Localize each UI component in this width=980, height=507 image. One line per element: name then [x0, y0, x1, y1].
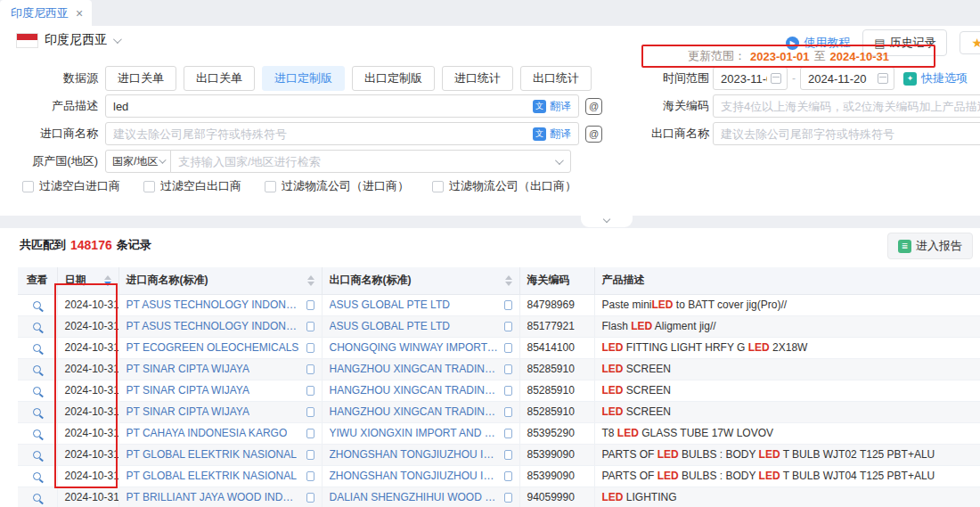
- exporter-link[interactable]: YIWU XIONGXIN IMPORT AND EXPORT...: [330, 427, 499, 439]
- sort-asc-icon[interactable]: [307, 275, 314, 280]
- copy-icon[interactable]: [306, 471, 314, 481]
- search-icon[interactable]: [33, 344, 41, 352]
- copy-icon[interactable]: [306, 450, 314, 460]
- importer-field[interactable]: 文 翻译: [105, 122, 579, 145]
- search-icon[interactable]: [33, 301, 41, 309]
- importer-link[interactable]: PT SINAR CIPTA WIJAYA: [127, 363, 249, 375]
- checkbox-icon[interactable]: [265, 181, 276, 192]
- search-icon[interactable]: [33, 494, 41, 502]
- origin-search-field[interactable]: [170, 150, 571, 173]
- copy-icon[interactable]: [306, 364, 314, 374]
- column-header[interactable]: 进口商名称(标准): [118, 267, 322, 294]
- importer-link[interactable]: PT CAHAYA INDONESIA KARGO: [127, 427, 288, 439]
- checkbox-icon[interactable]: [22, 181, 34, 192]
- exact-match-button[interactable]: @: [585, 126, 602, 143]
- exporter-link[interactable]: ASUS GLOBAL PTE LTD: [330, 320, 450, 332]
- search-icon[interactable]: [33, 429, 41, 437]
- copy-icon[interactable]: [504, 493, 512, 503]
- quick-options-link[interactable]: ✦ 快捷选项: [903, 70, 968, 86]
- hs-code-input[interactable]: [714, 95, 980, 117]
- column-header[interactable]: 日期: [57, 267, 118, 294]
- importer-input[interactable]: [106, 123, 533, 144]
- copy-icon[interactable]: [306, 407, 314, 417]
- data-source-option[interactable]: 进口关单: [105, 66, 176, 91]
- origin-type-select[interactable]: 国家/地区: [105, 150, 171, 173]
- product-desc-field[interactable]: 文 翻译: [105, 94, 579, 118]
- sort-desc-icon[interactable]: [505, 282, 512, 286]
- translate-button[interactable]: 文 翻译: [533, 127, 571, 142]
- column-header[interactable]: 出口商名称(标准): [322, 267, 519, 294]
- sort-desc-icon[interactable]: [104, 282, 111, 286]
- exporter-link[interactable]: HANGZHOU XINGCAN TRADING CO LTD: [330, 363, 499, 375]
- search-icon[interactable]: [33, 365, 41, 373]
- exporter-field[interactable]: [713, 122, 980, 145]
- data-source-option[interactable]: 出口关单: [184, 66, 255, 91]
- importer-link[interactable]: PT BRILLIANT JAYA WOOD INDUSTRY: [127, 491, 301, 503]
- copy-icon[interactable]: [504, 300, 512, 310]
- search-icon[interactable]: [33, 408, 41, 416]
- sort-carets-icon[interactable]: [307, 275, 314, 286]
- exporter-link[interactable]: CHONGQING WINWAY IMPORT AND E...: [330, 341, 499, 354]
- copy-icon[interactable]: [504, 471, 512, 481]
- tab-indonesia[interactable]: 印度尼西亚 ×: [0, 0, 92, 26]
- favorite-button[interactable]: ★: [960, 31, 980, 54]
- search-icon[interactable]: [33, 323, 41, 331]
- copy-icon[interactable]: [306, 429, 314, 438]
- enter-report-button[interactable]: ≣ 进入报告: [887, 233, 973, 259]
- data-source-option[interactable]: 进口定制版: [262, 66, 345, 91]
- checkbox-icon[interactable]: [432, 181, 444, 192]
- sort-carets-icon[interactable]: [505, 275, 512, 286]
- copy-icon[interactable]: [306, 300, 314, 310]
- exporter-link[interactable]: ZHONGSHAN TONGJIUZHOU INTERNA...: [330, 470, 499, 482]
- product-desc-input[interactable]: [106, 95, 533, 117]
- copy-icon[interactable]: [504, 364, 512, 374]
- exporter-link[interactable]: ZHONGSHAN TONGJIUZHOU INTERNA...: [330, 448, 499, 461]
- copy-icon[interactable]: [504, 322, 512, 331]
- importer-link[interactable]: PT ASUS TECHNOLOGY INDONESIA BA...: [127, 298, 301, 311]
- copy-icon[interactable]: [504, 450, 512, 460]
- copy-icon[interactable]: [504, 386, 512, 396]
- importer-link[interactable]: PT SINAR CIPTA WIJAYA: [127, 405, 249, 418]
- copy-icon[interactable]: [504, 343, 512, 353]
- date-from-field[interactable]: [713, 67, 788, 90]
- exporter-link[interactable]: DALIAN SHENGZHIHUI WOOD INDUST...: [330, 491, 499, 503]
- translate-button[interactable]: 文 翻译: [533, 99, 571, 114]
- search-icon[interactable]: [33, 472, 41, 480]
- exporter-input[interactable]: [714, 123, 980, 144]
- copy-icon[interactable]: [306, 493, 314, 503]
- exact-match-button[interactable]: @: [585, 98, 602, 115]
- date-to-input[interactable]: [801, 68, 878, 89]
- copy-icon[interactable]: [504, 407, 512, 417]
- copy-icon[interactable]: [306, 322, 314, 331]
- data-source-option[interactable]: 出口统计: [520, 66, 592, 91]
- importer-link[interactable]: PT GLOBAL ELEKTRIK NASIONAL: [127, 470, 297, 482]
- date-from-input[interactable]: [714, 68, 771, 89]
- exporter-link[interactable]: HANGZHOU XINGCAN TRADING CO LTD: [330, 405, 499, 418]
- exporter-link[interactable]: ASUS GLOBAL PTE LTD: [330, 298, 450, 311]
- collapse-panel-button[interactable]: [581, 216, 633, 227]
- filter-checkbox-item[interactable]: 过滤空白出口商: [143, 178, 241, 194]
- exporter-link[interactable]: HANGZHOU XINGCAN TRADING CO LTD: [330, 384, 499, 397]
- sort-asc-icon[interactable]: [104, 275, 111, 280]
- search-icon[interactable]: [33, 451, 41, 459]
- copy-icon[interactable]: [504, 429, 512, 438]
- sort-asc-icon[interactable]: [505, 275, 512, 280]
- importer-link[interactable]: PT SINAR CIPTA WIJAYA: [127, 384, 249, 397]
- date-to-field[interactable]: [800, 67, 894, 90]
- sort-carets-icon[interactable]: [104, 275, 111, 286]
- hs-code-field[interactable]: [713, 94, 980, 118]
- country-selector[interactable]: 印度尼西亚: [16, 32, 119, 48]
- copy-icon[interactable]: [306, 343, 314, 353]
- copy-icon[interactable]: [306, 386, 314, 396]
- data-source-option[interactable]: 进口统计: [442, 66, 513, 91]
- importer-link[interactable]: PT ASUS TECHNOLOGY INDONESIA BA...: [127, 320, 301, 332]
- search-icon[interactable]: [33, 387, 41, 395]
- origin-search-input[interactable]: [171, 151, 555, 172]
- data-source-option[interactable]: 出口定制版: [352, 66, 435, 91]
- checkbox-icon[interactable]: [143, 181, 155, 192]
- filter-checkbox-item[interactable]: 过滤物流公司（出口商）: [432, 178, 576, 194]
- close-icon[interactable]: ×: [76, 6, 83, 20]
- importer-link[interactable]: PT ECOGREEN OLEOCHEMICALS: [127, 341, 299, 354]
- importer-link[interactable]: PT GLOBAL ELEKTRIK NASIONAL: [127, 448, 297, 461]
- filter-checkbox-item[interactable]: 过滤物流公司（进口商）: [265, 178, 409, 194]
